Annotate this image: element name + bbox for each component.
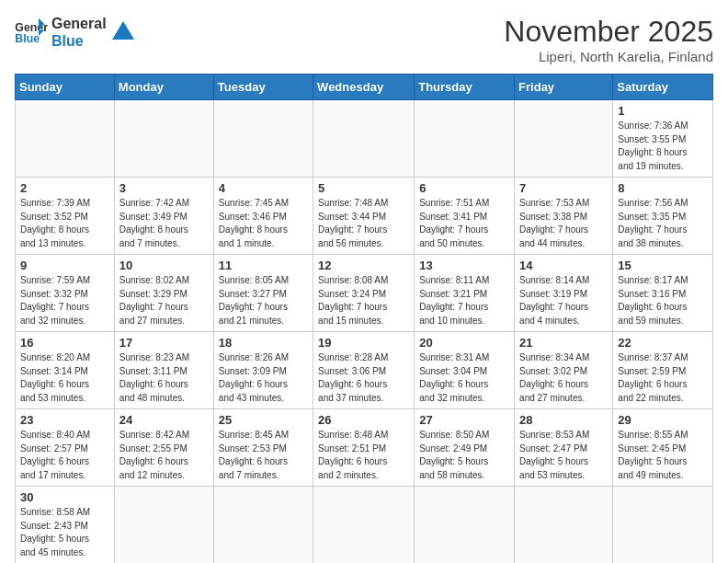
- day-number: 13: [419, 259, 509, 272]
- calendar-table: SundayMondayTuesdayWednesdayThursdayFrid…: [15, 74, 713, 563]
- svg-marker-3: [112, 21, 134, 40]
- weekday-header-tuesday: Tuesday: [213, 75, 313, 100]
- calendar-week-row: 30Sunrise: 8:58 AM Sunset: 2:43 PM Dayli…: [16, 487, 713, 564]
- day-info: Sunrise: 8:28 AM Sunset: 3:06 PM Dayligh…: [318, 351, 409, 405]
- day-number: 1: [618, 104, 708, 118]
- calendar-cell: 14Sunrise: 8:14 AM Sunset: 3:19 PM Dayli…: [515, 255, 613, 332]
- day-number: 3: [119, 181, 209, 195]
- day-info: Sunrise: 8:45 AM Sunset: 2:53 PM Dayligh…: [219, 429, 308, 482]
- calendar-cell: [313, 487, 415, 564]
- calendar-cell: 23Sunrise: 8:40 AM Sunset: 2:57 PM Dayli…: [16, 409, 115, 487]
- day-number: 29: [618, 413, 708, 427]
- day-info: Sunrise: 8:20 AM Sunset: 3:14 PM Dayligh…: [20, 351, 109, 405]
- calendar-cell: 15Sunrise: 8:17 AM Sunset: 3:16 PM Dayli…: [613, 255, 713, 332]
- calendar-week-row: 9Sunrise: 7:59 AM Sunset: 3:32 PM Daylig…: [16, 255, 713, 332]
- calendar-cell: [114, 487, 213, 564]
- day-info: Sunrise: 7:39 AM Sunset: 3:52 PM Dayligh…: [20, 197, 109, 250]
- calendar-cell: [213, 487, 313, 564]
- day-number: 9: [20, 259, 109, 272]
- day-info: Sunrise: 8:53 AM Sunset: 2:47 PM Dayligh…: [519, 429, 608, 482]
- calendar-cell: 27Sunrise: 8:50 AM Sunset: 2:49 PM Dayli…: [415, 409, 515, 487]
- title-area: November 2025 Liperi, North Karelia, Fin…: [504, 15, 713, 64]
- day-number: 19: [318, 336, 409, 350]
- weekday-header-sunday: Sunday: [16, 75, 115, 100]
- day-number: 23: [20, 413, 109, 427]
- day-info: Sunrise: 7:45 AM Sunset: 3:46 PM Dayligh…: [219, 197, 308, 250]
- logo: General Blue General Blue: [15, 15, 136, 50]
- day-info: Sunrise: 7:48 AM Sunset: 3:44 PM Dayligh…: [318, 197, 409, 250]
- day-info: Sunrise: 8:23 AM Sunset: 3:11 PM Dayligh…: [119, 351, 209, 405]
- day-number: 15: [618, 259, 708, 272]
- calendar-cell: 21Sunrise: 8:34 AM Sunset: 3:02 PM Dayli…: [515, 332, 613, 409]
- day-number: 25: [219, 413, 308, 427]
- calendar-cell: [415, 487, 515, 564]
- calendar-cell: 20Sunrise: 8:31 AM Sunset: 3:04 PM Dayli…: [415, 332, 515, 409]
- calendar-cell: 25Sunrise: 8:45 AM Sunset: 2:53 PM Dayli…: [213, 409, 313, 487]
- weekday-header-monday: Monday: [114, 75, 213, 100]
- calendar-cell: 8Sunrise: 7:56 AM Sunset: 3:35 PM Daylig…: [613, 178, 713, 255]
- day-number: 24: [119, 413, 209, 427]
- day-number: 14: [519, 259, 608, 272]
- calendar-week-row: 1Sunrise: 7:36 AM Sunset: 3:55 PM Daylig…: [16, 100, 713, 178]
- day-info: Sunrise: 8:17 AM Sunset: 3:16 PM Dayligh…: [618, 274, 708, 327]
- calendar-cell: [313, 100, 415, 178]
- day-number: 7: [519, 181, 608, 195]
- calendar-week-row: 16Sunrise: 8:20 AM Sunset: 3:14 PM Dayli…: [16, 332, 713, 409]
- calendar-cell: 1Sunrise: 7:36 AM Sunset: 3:55 PM Daylig…: [613, 100, 713, 178]
- day-info: Sunrise: 8:48 AM Sunset: 2:51 PM Dayligh…: [318, 429, 409, 482]
- calendar-cell: [415, 100, 515, 178]
- day-number: 10: [119, 259, 209, 272]
- calendar-week-row: 2Sunrise: 7:39 AM Sunset: 3:52 PM Daylig…: [16, 178, 713, 255]
- calendar-week-row: 23Sunrise: 8:40 AM Sunset: 2:57 PM Dayli…: [16, 409, 713, 487]
- calendar-cell: 26Sunrise: 8:48 AM Sunset: 2:51 PM Dayli…: [313, 409, 415, 487]
- day-info: Sunrise: 8:55 AM Sunset: 2:45 PM Dayligh…: [618, 429, 708, 482]
- calendar-cell: 28Sunrise: 8:53 AM Sunset: 2:47 PM Dayli…: [515, 409, 613, 487]
- calendar-cell: 3Sunrise: 7:42 AM Sunset: 3:49 PM Daylig…: [114, 178, 213, 255]
- day-number: 18: [219, 336, 308, 350]
- day-info: Sunrise: 8:26 AM Sunset: 3:09 PM Dayligh…: [219, 351, 308, 405]
- calendar-header-row: SundayMondayTuesdayWednesdayThursdayFrid…: [16, 75, 713, 100]
- day-info: Sunrise: 8:37 AM Sunset: 2:59 PM Dayligh…: [618, 351, 708, 405]
- day-info: Sunrise: 8:02 AM Sunset: 3:29 PM Dayligh…: [119, 274, 209, 327]
- weekday-header-friday: Friday: [515, 75, 613, 100]
- day-info: Sunrise: 8:40 AM Sunset: 2:57 PM Dayligh…: [20, 429, 109, 482]
- day-number: 16: [20, 336, 109, 350]
- logo-blue-text: Blue: [51, 32, 107, 50]
- day-number: 28: [519, 413, 608, 427]
- day-number: 12: [318, 259, 409, 272]
- calendar-cell: 17Sunrise: 8:23 AM Sunset: 3:11 PM Dayli…: [114, 332, 213, 409]
- calendar-cell: 13Sunrise: 8:11 AM Sunset: 3:21 PM Dayli…: [415, 255, 515, 332]
- day-info: Sunrise: 8:31 AM Sunset: 3:04 PM Dayligh…: [419, 351, 509, 405]
- day-info: Sunrise: 7:51 AM Sunset: 3:41 PM Dayligh…: [419, 197, 509, 250]
- day-number: 22: [618, 336, 708, 350]
- day-number: 4: [219, 181, 308, 195]
- calendar-cell: 5Sunrise: 7:48 AM Sunset: 3:44 PM Daylig…: [313, 178, 415, 255]
- weekday-header-thursday: Thursday: [415, 75, 515, 100]
- day-info: Sunrise: 7:36 AM Sunset: 3:55 PM Dayligh…: [618, 120, 708, 173]
- calendar-cell: 29Sunrise: 8:55 AM Sunset: 2:45 PM Dayli…: [613, 409, 713, 487]
- calendar-cell: [515, 100, 613, 178]
- day-number: 11: [219, 259, 308, 272]
- logo-general-text: General: [51, 15, 107, 32]
- day-number: 2: [20, 181, 109, 195]
- calendar-cell: 10Sunrise: 8:02 AM Sunset: 3:29 PM Dayli…: [114, 255, 213, 332]
- location-subtitle: Liperi, North Karelia, Finland: [504, 49, 713, 64]
- day-info: Sunrise: 7:59 AM Sunset: 3:32 PM Dayligh…: [20, 274, 109, 327]
- calendar-cell: [613, 487, 713, 564]
- page-header: General Blue General Blue November 2025 …: [15, 15, 713, 64]
- calendar-cell: [515, 487, 613, 564]
- day-info: Sunrise: 8:05 AM Sunset: 3:27 PM Dayligh…: [219, 274, 308, 327]
- day-info: Sunrise: 8:58 AM Sunset: 2:43 PM Dayligh…: [20, 506, 109, 559]
- calendar-cell: 2Sunrise: 7:39 AM Sunset: 3:52 PM Daylig…: [16, 178, 115, 255]
- day-info: Sunrise: 8:08 AM Sunset: 3:24 PM Dayligh…: [318, 274, 409, 327]
- calendar-cell: 18Sunrise: 8:26 AM Sunset: 3:09 PM Dayli…: [213, 332, 313, 409]
- day-info: Sunrise: 8:42 AM Sunset: 2:55 PM Dayligh…: [119, 429, 209, 482]
- logo-icon: General Blue: [15, 18, 48, 46]
- calendar-cell: [114, 100, 213, 178]
- day-number: 27: [419, 413, 509, 427]
- day-number: 6: [419, 181, 509, 195]
- day-info: Sunrise: 7:56 AM Sunset: 3:35 PM Dayligh…: [618, 197, 708, 250]
- calendar-cell: [16, 100, 115, 178]
- weekday-header-wednesday: Wednesday: [313, 75, 415, 100]
- calendar-cell: 4Sunrise: 7:45 AM Sunset: 3:46 PM Daylig…: [213, 178, 313, 255]
